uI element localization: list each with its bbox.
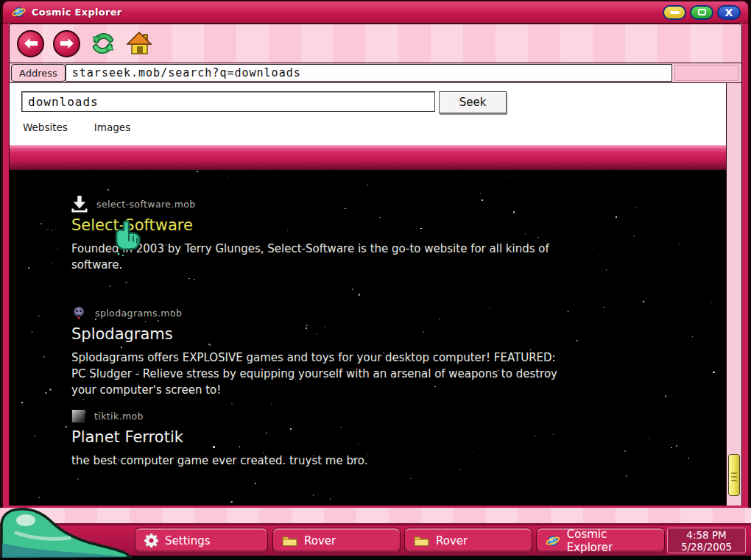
star	[459, 469, 461, 470]
star	[107, 189, 109, 191]
close-icon: X	[725, 7, 733, 18]
scrollbar-grip	[731, 472, 737, 483]
star	[77, 478, 80, 481]
star	[576, 340, 578, 342]
star	[121, 347, 122, 348]
back-button[interactable]	[17, 30, 44, 57]
home-icon	[126, 32, 152, 55]
tab-images[interactable]: Images	[94, 121, 130, 133]
result-link[interactable]: Planet Ferrotik	[71, 428, 183, 446]
star	[158, 320, 159, 322]
seek-button[interactable]: Seek	[439, 91, 507, 113]
result-link[interactable]: Splodagrams	[71, 325, 173, 343]
star	[49, 389, 52, 391]
star	[624, 450, 626, 452]
tab-websites[interactable]: Websites	[23, 121, 68, 133]
star	[28, 267, 30, 269]
address-bar: Address	[9, 63, 742, 83]
search-results-starfield: select-software.mob Select-Software Foun…	[10, 170, 726, 506]
result-site: splodagrams.mob	[95, 308, 182, 319]
navigation-toolbar	[9, 24, 742, 63]
star	[367, 185, 368, 186]
star	[649, 438, 650, 439]
star	[40, 223, 42, 224]
slime-highlight	[16, 514, 35, 526]
taskbar-item-settings[interactable]: Settings	[135, 528, 268, 553]
refresh-button[interactable]	[89, 30, 116, 57]
scrollbar-thumb[interactable]	[728, 454, 740, 496]
taskbar-item-cosmic-explorer[interactable]: Cosmic Explorer	[536, 528, 665, 553]
star	[230, 501, 233, 503]
result-site-row: tiktik.mob	[71, 407, 587, 425]
star	[95, 319, 96, 320]
result-link[interactable]: Select-Software	[71, 216, 193, 234]
taskbar-item-rover-2[interactable]: Rover	[404, 528, 532, 553]
star	[616, 216, 617, 218]
star	[482, 199, 483, 201]
refresh-icon	[91, 31, 116, 56]
star	[593, 249, 595, 250]
address-input[interactable]	[66, 64, 672, 82]
star	[713, 372, 715, 374]
star	[671, 447, 672, 449]
star	[57, 249, 59, 250]
star	[109, 286, 111, 288]
close-button[interactable]: X	[717, 5, 741, 20]
star	[34, 435, 35, 436]
maximize-icon	[698, 9, 706, 15]
star	[228, 176, 230, 177]
star	[434, 386, 436, 388]
star	[194, 279, 195, 280]
search-header: Seek Websites Images	[10, 83, 726, 145]
download-icon	[71, 195, 88, 213]
window-frame: Address Seek Websites Images	[9, 24, 742, 506]
taskbar-item-label: Settings	[165, 534, 211, 547]
vertical-scrollbar[interactable]	[726, 83, 741, 506]
star	[65, 426, 67, 428]
planet-icon	[12, 5, 26, 19]
back-arrow-icon	[24, 38, 38, 49]
star	[535, 436, 536, 437]
star	[685, 315, 687, 316]
maximize-button[interactable]	[690, 5, 713, 20]
result-site: select-software.mob	[96, 199, 196, 210]
clock-date: 5/28/2005	[668, 541, 745, 553]
planet-icon	[546, 534, 560, 548]
star	[205, 290, 207, 291]
star	[255, 483, 256, 484]
slime-start-button[interactable]	[0, 506, 137, 558]
star	[101, 472, 102, 473]
star	[606, 269, 607, 271]
star	[530, 349, 532, 350]
star	[603, 307, 604, 308]
forward-button[interactable]	[53, 30, 80, 57]
search-tabs: Websites Images	[23, 121, 130, 133]
skull-icon	[71, 305, 86, 320]
star	[252, 175, 253, 177]
star	[676, 445, 677, 447]
taskbar-item-rover-1[interactable]: Rover	[272, 528, 401, 553]
star	[213, 446, 215, 448]
star	[406, 374, 408, 375]
star	[379, 217, 381, 219]
star	[470, 488, 472, 489]
gear-icon	[144, 534, 158, 547]
star	[633, 235, 635, 237]
search-result: select-software.mob Select-Software Foun…	[71, 195, 587, 273]
star	[692, 336, 694, 338]
minimize-button[interactable]	[663, 5, 686, 20]
star	[537, 237, 539, 238]
folder-icon	[282, 535, 297, 547]
star	[32, 331, 33, 333]
home-button[interactable]	[125, 30, 152, 57]
star	[688, 458, 689, 459]
star	[52, 230, 53, 232]
result-description: Founded in 2003 by Terry Glunges, Select…	[71, 241, 572, 273]
web-page: Seek Websites Images	[10, 83, 726, 506]
search-input[interactable]	[21, 91, 435, 112]
star	[626, 475, 627, 477]
crimson-divider-band	[10, 145, 726, 170]
search-result: splodagrams.mob Splodagrams Splodagrams …	[71, 304, 587, 398]
result-site-row: select-software.mob	[71, 195, 587, 213]
desktop-screen: Cosmic Explorer X	[0, 0, 751, 560]
